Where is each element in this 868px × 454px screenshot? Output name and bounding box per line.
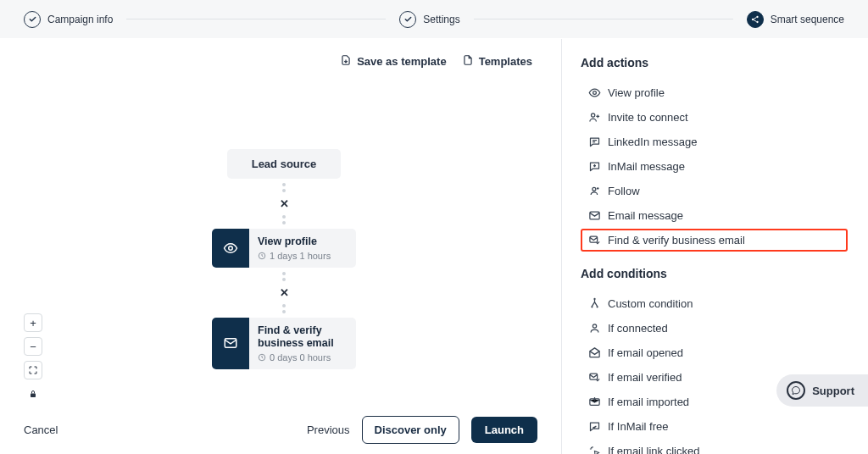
fit-view-button[interactable] [24, 361, 42, 379]
mail-icon [587, 209, 601, 223]
node-title: Find & verify business email [258, 324, 348, 351]
inmail-icon [587, 420, 601, 434]
action-label: Email message [608, 209, 683, 222]
branch-icon [587, 297, 601, 311]
inmail-icon [587, 160, 601, 174]
step-smart-sequence[interactable]: Smart sequence [747, 11, 844, 28]
eye-icon [212, 229, 249, 268]
node-delay: 1 days 1 hours [258, 251, 348, 261]
templates-label: Templates [479, 55, 532, 68]
node-find-verify-email[interactable]: Find & verify business email 0 days 0 ho… [212, 318, 356, 369]
add-step-button[interactable]: ✕ [170, 285, 398, 300]
add-step-button[interactable]: ✕ [170, 197, 398, 211]
action-label: Invite to connect [608, 111, 688, 124]
node-view-profile[interactable]: View profile 1 days 1 hours [212, 229, 356, 268]
eye-icon [587, 86, 601, 100]
save-as-template-label: Save as template [357, 55, 447, 68]
mail-check-icon [587, 371, 601, 385]
document-icon [462, 54, 474, 69]
click-icon [587, 445, 601, 455]
support-label: Support [812, 385, 854, 397]
stepper: Campaign info Settings Smart sequence [0, 0, 868, 39]
node-delay: 0 days 0 hours [258, 352, 348, 363]
sequence-canvas[interactable]: Save as template Templates Lead source ✕… [0, 39, 561, 454]
templates-button[interactable]: Templates [462, 54, 532, 69]
action-find-verify-email[interactable]: Find & verify business email [581, 229, 848, 252]
action-inmail-message[interactable]: InMail message [581, 155, 848, 178]
check-icon [399, 11, 416, 28]
condition-custom[interactable]: Custom condition [581, 292, 848, 315]
check-icon [24, 11, 41, 28]
mail-icon [212, 318, 249, 369]
zoom-controls: + − [24, 313, 42, 403]
save-as-template-button[interactable]: Save as template [340, 54, 447, 69]
connector [170, 300, 398, 318]
step-campaign-info[interactable]: Campaign info [24, 11, 113, 28]
connector [170, 211, 398, 229]
mail-open-icon [587, 346, 601, 360]
node-title: View profile [258, 235, 348, 249]
previous-button[interactable]: Previous [307, 424, 350, 436]
condition-if-inmail-free[interactable]: If InMail free [581, 415, 848, 438]
follow-icon [587, 185, 601, 198]
zoom-out-button[interactable]: − [24, 337, 42, 356]
user-icon [587, 322, 601, 335]
step-settings[interactable]: Settings [399, 11, 459, 28]
canvas-toolbar: Save as template Templates [340, 54, 532, 69]
action-view-profile[interactable]: View profile [581, 81, 848, 104]
condition-if-link-clicked[interactable]: If email link clicked [581, 440, 848, 454]
save-icon [340, 54, 352, 69]
condition-if-connected[interactable]: If connected [581, 317, 848, 340]
mail-import-icon [587, 396, 601, 409]
step-separator [126, 19, 386, 19]
step-label: Settings [423, 14, 459, 25]
action-label: LinkedIn message [608, 136, 698, 148]
cancel-button[interactable]: Cancel [24, 424, 58, 436]
action-label: Find & verify business email [608, 234, 745, 246]
action-label: View profile [608, 86, 665, 99]
condition-if-email-opened[interactable]: If email opened [581, 341, 848, 364]
step-label: Campaign info [47, 14, 113, 25]
launch-button[interactable]: Launch [471, 417, 537, 443]
action-label: InMail message [608, 160, 685, 173]
share-icon [747, 11, 764, 28]
action-email-message[interactable]: Email message [581, 204, 848, 227]
connector [170, 268, 398, 285]
user-add-icon [587, 111, 601, 125]
bottom-bar: Cancel Previous Discover only Launch [0, 416, 561, 444]
mail-check-icon [587, 234, 601, 247]
flow: Lead source ✕ View profile 1 days 1 hour… [170, 149, 398, 369]
action-follow[interactable]: Follow [581, 180, 848, 202]
condition-label: If email imported [608, 396, 689, 408]
condition-label: Custom condition [608, 297, 693, 310]
condition-label: If connected [608, 322, 668, 335]
step-label: Smart sequence [771, 14, 844, 25]
condition-label: If InMail free [608, 420, 669, 433]
zoom-in-button[interactable]: + [24, 313, 42, 332]
support-button[interactable]: Support [776, 374, 868, 407]
action-label: Follow [608, 185, 640, 197]
add-actions-title: Add actions [581, 56, 848, 69]
chat-icon [787, 381, 805, 400]
condition-label: If email opened [608, 346, 683, 359]
message-icon [587, 136, 601, 149]
condition-label: If email link clicked [608, 445, 699, 454]
action-linkedin-message[interactable]: LinkedIn message [581, 130, 848, 153]
add-conditions-title: Add conditions [581, 267, 848, 280]
step-separator [474, 19, 733, 19]
connector [170, 179, 398, 197]
condition-label: If email verified [608, 371, 682, 384]
action-invite-to-connect[interactable]: Invite to connect [581, 106, 848, 129]
lock-canvas-button[interactable] [24, 385, 42, 403]
lead-source-node[interactable]: Lead source [227, 149, 341, 179]
discover-only-button[interactable]: Discover only [362, 416, 459, 444]
